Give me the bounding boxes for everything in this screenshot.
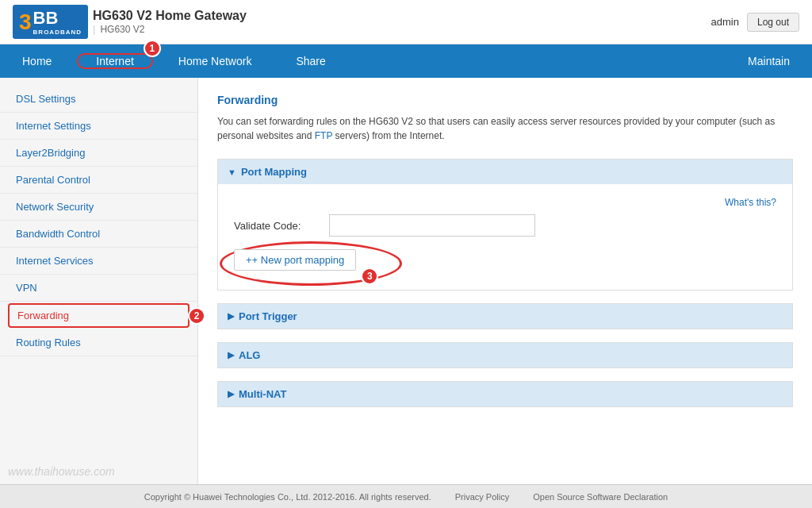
header-right: admin Log out bbox=[711, 13, 799, 32]
sidebar-item-internet-services[interactable]: Internet Services bbox=[0, 248, 197, 275]
multi-nat-header[interactable]: ▶ Multi-NAT bbox=[218, 382, 792, 406]
multi-nat-label: Multi-NAT bbox=[239, 388, 286, 400]
whats-this-link[interactable]: What's this? bbox=[234, 197, 776, 208]
desc-part1: You can set forwarding rules on the HG63… bbox=[217, 116, 775, 141]
new-port-btn-container: + + New port mapping 3 bbox=[234, 249, 356, 271]
port-mapping-header[interactable]: ▼ Port Mapping bbox=[218, 160, 792, 184]
open-source-link[interactable]: Open Source Software Declaration bbox=[533, 492, 668, 502]
new-port-mapping-button[interactable]: + + New port mapping bbox=[234, 249, 356, 271]
sidebar-item-forwarding[interactable]: Forwarding bbox=[8, 303, 190, 328]
logo-broadband: BROADBAND bbox=[33, 29, 82, 36]
sidebar-item-bandwidth-control[interactable]: Bandwidth Control bbox=[0, 221, 197, 248]
port-mapping-label: Port Mapping bbox=[241, 166, 307, 178]
header: 3 BB BROADBAND HG630 V2 Home Gateway | H… bbox=[0, 0, 812, 44]
port-trigger-arrow: ▶ bbox=[228, 311, 234, 321]
logo-bb: BB bbox=[33, 8, 82, 29]
alg-label: ALG bbox=[239, 349, 260, 361]
sidebar-item-layer2bridging[interactable]: Layer2Bridging bbox=[0, 140, 197, 167]
port-trigger-label: Port Trigger bbox=[239, 310, 297, 322]
sidebar-item-dsl-settings[interactable]: DSL Settings bbox=[0, 86, 197, 113]
sidebar: DSL Settings Internet Settings Layer2Bri… bbox=[0, 78, 198, 484]
footer: Copyright © Huawei Technologies Co., Ltd… bbox=[0, 484, 812, 508]
alg-section: ▶ ALG bbox=[217, 342, 793, 368]
nav-item-share[interactable]: Share bbox=[274, 44, 347, 78]
app-title: HG630 V2 Home Gateway bbox=[93, 9, 247, 23]
new-port-icon: + bbox=[246, 254, 252, 266]
ftp-link[interactable]: FTP bbox=[315, 130, 332, 141]
separator: | bbox=[93, 23, 95, 35]
nav-item-home-network[interactable]: Home Network bbox=[156, 44, 274, 78]
logo-text-block: HG630 V2 Home Gateway | HG630 V2 bbox=[93, 9, 247, 35]
validate-row: Validate Code: bbox=[234, 214, 776, 237]
nav-item-maintain[interactable]: Maintain bbox=[726, 44, 812, 78]
port-mapping-section: ▼ Port Mapping What's this? Validate Cod… bbox=[217, 159, 793, 291]
logo-box: 3 BB BROADBAND bbox=[13, 5, 88, 39]
content-description: You can set forwarding rules on the HG63… bbox=[217, 114, 793, 143]
nav-circle-1: 1 bbox=[144, 40, 161, 57]
device-name: HG630 V2 bbox=[100, 24, 144, 35]
multi-nat-arrow: ▶ bbox=[228, 389, 234, 399]
port-trigger-header[interactable]: ▶ Port Trigger bbox=[218, 304, 792, 329]
sidebar-item-routing-rules[interactable]: Routing Rules bbox=[0, 329, 197, 356]
multi-nat-section: ▶ Multi-NAT bbox=[217, 381, 793, 407]
logo-3: 3 bbox=[19, 10, 32, 35]
validate-label: Validate Code: bbox=[234, 220, 329, 232]
nav-item-home[interactable]: Home bbox=[0, 44, 74, 78]
sidebar-item-vpn[interactable]: VPN bbox=[0, 275, 197, 302]
logout-button[interactable]: Log out bbox=[747, 13, 799, 32]
privacy-policy-link[interactable]: Privacy Policy bbox=[455, 492, 509, 502]
circle-badge-3: 3 bbox=[361, 267, 378, 285]
sidebar-forwarding-wrapper: Forwarding 2 bbox=[0, 303, 197, 328]
main-layout: DSL Settings Internet Settings Layer2Bri… bbox=[0, 78, 812, 484]
new-port-label: + New port mapping bbox=[252, 254, 345, 266]
sidebar-item-parental-control[interactable]: Parental Control bbox=[0, 167, 197, 194]
port-mapping-body: What's this? Validate Code: + + New port… bbox=[218, 184, 792, 290]
admin-label: admin bbox=[711, 16, 739, 28]
validate-code-input[interactable] bbox=[329, 214, 535, 237]
nav-item-internet[interactable]: Internet bbox=[77, 53, 152, 69]
footer-copyright: Copyright © Huawei Technologies Co., Ltd… bbox=[144, 492, 431, 502]
port-mapping-arrow: ▼ bbox=[228, 167, 236, 177]
alg-arrow: ▶ bbox=[228, 350, 234, 360]
sidebar-item-internet-settings[interactable]: Internet Settings bbox=[0, 113, 197, 140]
sidebar-item-network-security[interactable]: Network Security bbox=[0, 194, 197, 221]
alg-header[interactable]: ▶ ALG bbox=[218, 343, 792, 368]
desc-part2: servers) from the Internet. bbox=[332, 130, 444, 141]
content-title: Forwarding bbox=[217, 94, 793, 106]
nav-bar: Home Internet 1 Home Network Share Maint… bbox=[0, 44, 812, 78]
content-area: Forwarding You can set forwarding rules … bbox=[198, 78, 812, 484]
nav-wrapper-internet: Internet 1 bbox=[74, 44, 155, 78]
sidebar-circle-2: 2 bbox=[188, 307, 205, 325]
port-trigger-section: ▶ Port Trigger bbox=[217, 303, 793, 329]
logo: 3 BB BROADBAND HG630 V2 Home Gateway | H… bbox=[13, 5, 247, 39]
